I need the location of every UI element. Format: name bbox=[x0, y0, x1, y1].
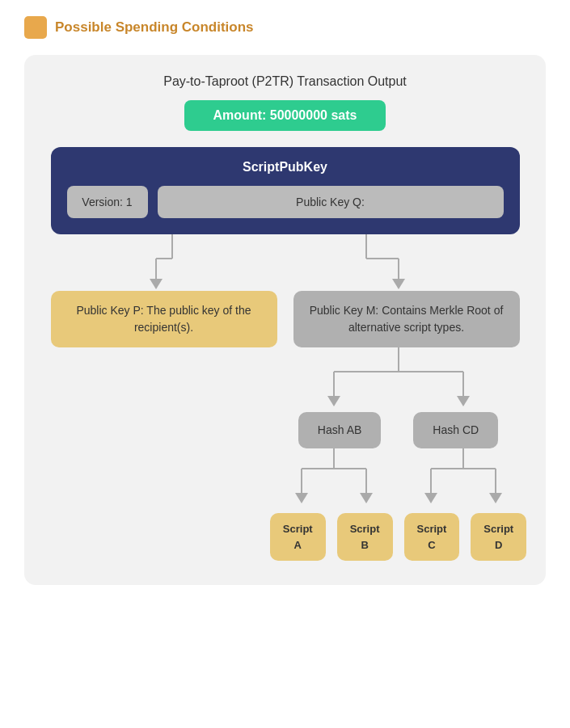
svg-marker-25 bbox=[424, 493, 437, 503]
version-field: Version: 1 bbox=[67, 186, 148, 218]
pubkey-p-box: Public Key P: The public key of the reci… bbox=[51, 291, 277, 347]
hash-ab-box: Hash AB bbox=[298, 412, 381, 448]
scriptpubkey-title: ScriptPubKey bbox=[67, 160, 504, 175]
svg-marker-7 bbox=[392, 279, 405, 289]
page-wrapper: Possible Spending Conditions Pay-to-Tapr… bbox=[0, 0, 570, 609]
script-b-box: Script B bbox=[337, 513, 393, 561]
hash-cd-box: Hash CD bbox=[413, 412, 498, 448]
level3-inner: Script A Script B Script C Script D bbox=[277, 513, 520, 561]
header: Possible Spending Conditions bbox=[24, 16, 546, 39]
svg-marker-21 bbox=[360, 493, 373, 503]
header-icon bbox=[24, 16, 47, 39]
script-d-box: Script D bbox=[471, 513, 526, 561]
connectors-level1-svg bbox=[51, 234, 520, 291]
connectors-level3-svg bbox=[51, 448, 520, 513]
connectors-level2-svg bbox=[51, 347, 520, 412]
level1: Public Key P: The public key of the reci… bbox=[51, 291, 520, 347]
svg-marker-18 bbox=[295, 493, 308, 503]
pubkey-q-field: Public Key Q: bbox=[158, 186, 504, 218]
svg-marker-28 bbox=[489, 493, 502, 503]
script-c-box: Script C bbox=[404, 513, 460, 561]
script-a-box: Script A bbox=[270, 513, 326, 561]
svg-marker-11 bbox=[327, 396, 340, 406]
p2tr-label: Pay-to-Taproot (P2TR) Transaction Output bbox=[163, 74, 407, 89]
pubkey-m-box: Public Key M: Contains Merkle Root of al… bbox=[293, 291, 520, 347]
scriptpubkey-fields: Version: 1 Public Key Q: bbox=[67, 186, 504, 218]
header-title: Possible Spending Conditions bbox=[55, 19, 254, 36]
level3: Script A Script B Script C Script D bbox=[51, 513, 520, 561]
svg-marker-3 bbox=[150, 279, 163, 289]
scriptpubkey-box: ScriptPubKey Version: 1 Public Key Q: bbox=[51, 147, 520, 234]
diagram-container: Pay-to-Taproot (P2TR) Transaction Output… bbox=[24, 55, 546, 585]
level2: Hash AB Hash CD bbox=[51, 412, 520, 448]
level2-inner: Hash AB Hash CD bbox=[277, 412, 520, 448]
amount-badge: Amount: 50000000 sats bbox=[184, 100, 386, 131]
svg-marker-14 bbox=[457, 396, 470, 406]
